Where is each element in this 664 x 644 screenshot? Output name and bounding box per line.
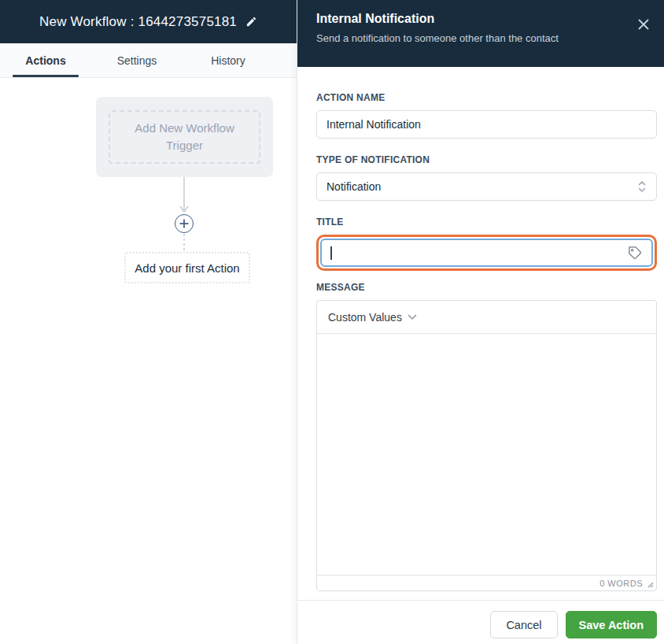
action-name-input[interactable] bbox=[316, 110, 657, 139]
connector-arrow-line bbox=[172, 177, 196, 215]
custom-values-dropdown[interactable]: Custom Values bbox=[328, 311, 417, 324]
workflow-canvas: Add New Workflow Trigger Add your first … bbox=[0, 78, 297, 644]
tab-settings[interactable]: Settings bbox=[91, 43, 183, 77]
title-label: TITLE bbox=[316, 217, 657, 228]
word-count: 0 WORDS bbox=[599, 579, 643, 588]
drawer-header: Internal Notification Send a notificatio… bbox=[297, 0, 664, 67]
edit-workflow-name-button[interactable] bbox=[245, 16, 257, 28]
add-trigger-label: Add New Workflow Trigger bbox=[127, 120, 242, 154]
tab-actions-label: Actions bbox=[25, 54, 65, 67]
notification-type-select[interactable]: Notification bbox=[316, 172, 657, 201]
action-name-field-group: ACTION NAME bbox=[316, 92, 657, 139]
notification-type-label: TYPE OF NOTIFICATION bbox=[316, 154, 657, 165]
close-icon bbox=[637, 18, 650, 31]
add-trigger-dashed-area: Add New Workflow Trigger bbox=[109, 110, 260, 164]
notification-type-field-group: TYPE OF NOTIFICATION Notification bbox=[316, 154, 657, 201]
text-caret bbox=[330, 246, 332, 260]
workflow-title: New Workflow : 1644273575181 bbox=[39, 14, 237, 30]
drawer-body: ACTION NAME TYPE OF NOTIFICATION Notific… bbox=[297, 67, 664, 600]
save-action-button[interactable]: Save Action bbox=[566, 611, 657, 638]
title-field-highlight-ring bbox=[316, 235, 657, 271]
message-field-group: MESSAGE Custom Values 0 WORDS bbox=[316, 282, 657, 591]
plus-icon bbox=[179, 219, 189, 228]
action-name-label: ACTION NAME bbox=[316, 92, 657, 103]
pencil-icon bbox=[245, 16, 257, 28]
message-textarea[interactable] bbox=[317, 334, 656, 575]
custom-values-label: Custom Values bbox=[328, 311, 402, 324]
tab-actions[interactable]: Actions bbox=[0, 43, 91, 77]
message-status-bar: 0 WORDS bbox=[317, 575, 656, 590]
drawer-footer: Cancel Save Action bbox=[297, 600, 664, 644]
add-trigger-card[interactable]: Add New Workflow Trigger bbox=[96, 97, 273, 177]
close-drawer-button[interactable] bbox=[636, 17, 651, 32]
drawer-subtitle: Send a notification to someone other tha… bbox=[316, 32, 645, 44]
workflow-canvas-pane: New Workflow : 1644273575181 Actions Set… bbox=[0, 0, 297, 644]
title-field-group: TITLE bbox=[316, 217, 657, 271]
workflow-builder-app: New Workflow : 1644273575181 Actions Set… bbox=[0, 0, 664, 644]
tab-history[interactable]: History bbox=[183, 43, 274, 77]
first-action-label: Add your first Action bbox=[135, 261, 239, 275]
dashed-connector-line bbox=[183, 234, 185, 253]
action-config-drawer: Internal Notification Send a notificatio… bbox=[297, 0, 664, 644]
first-action-placeholder[interactable]: Add your first Action bbox=[124, 252, 250, 283]
message-editor: Custom Values 0 WORDS bbox=[316, 300, 657, 591]
resize-handle-icon[interactable] bbox=[646, 580, 654, 588]
tab-settings-label: Settings bbox=[117, 54, 157, 67]
active-tab-underline bbox=[13, 75, 79, 77]
cancel-button[interactable]: Cancel bbox=[490, 611, 557, 638]
message-editor-toolbar: Custom Values bbox=[317, 301, 656, 334]
drawer-title: Internal Notification bbox=[316, 12, 645, 26]
tag-icon[interactable] bbox=[627, 245, 643, 261]
chevron-down-icon bbox=[408, 314, 417, 320]
tab-history-label: History bbox=[211, 54, 245, 67]
message-label: MESSAGE bbox=[316, 282, 657, 293]
notification-type-value: Notification bbox=[326, 180, 381, 193]
add-action-button[interactable] bbox=[175, 214, 194, 233]
updown-selector-icon bbox=[637, 180, 647, 193]
workflow-header: New Workflow : 1644273575181 bbox=[0, 0, 297, 43]
workflow-tabs: Actions Settings History bbox=[0, 43, 297, 78]
title-input[interactable] bbox=[320, 239, 653, 267]
